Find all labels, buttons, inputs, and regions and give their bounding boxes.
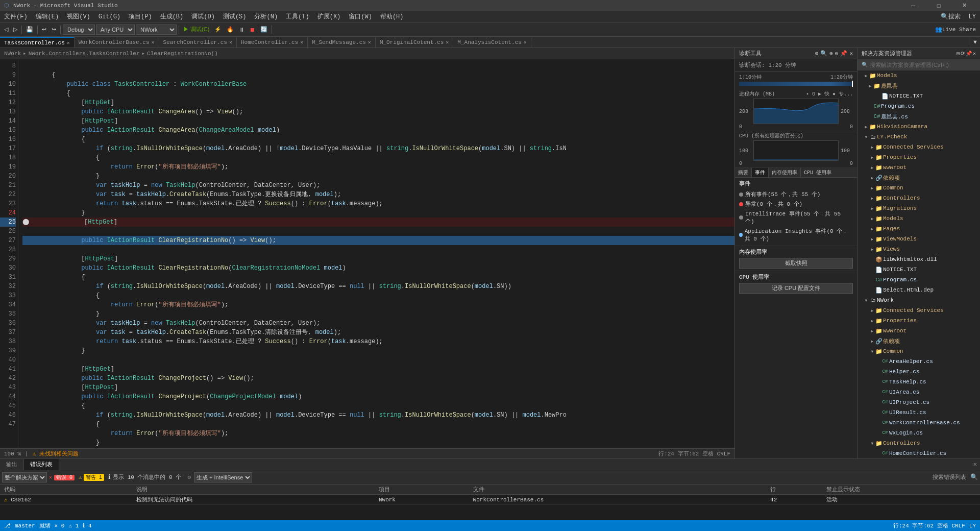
tree-item-lycheck-controllers[interactable]: ▶ 📁 Controllers: [857, 193, 980, 203]
solution-collapse-icon[interactable]: ⊟: [957, 51, 960, 57]
tree-item-lycheck-program[interactable]: C# Program.cs: [857, 275, 980, 285]
toolbar-redo[interactable]: ↪: [50, 24, 58, 35]
tree-item-uiresult[interactable]: C# UIResult.cs: [857, 407, 980, 418]
tree-item-luyixian-folder[interactable]: ▶ 📁 鹿邑县: [857, 81, 980, 91]
tree-item-lycheck-viewmodels[interactable]: ▶ 📁 ViewModels: [857, 234, 980, 244]
tab-search-controller[interactable]: SearchController.cs ✕: [159, 37, 237, 47]
menu-debug[interactable]: 调试(D): [187, 11, 219, 22]
tree-item-lycheck-common[interactable]: ▶ 📁 Common: [857, 183, 980, 193]
solution-close-icon[interactable]: ✕: [973, 51, 976, 57]
maximize-button[interactable]: □: [927, 0, 950, 11]
diagnostics-search-icon[interactable]: 🔍: [820, 50, 827, 57]
tree-item-nwork-properties[interactable]: ▶ 📁 Properties: [857, 316, 980, 326]
tree-item-lycheck-migrations[interactable]: ▶ 📁 Migrations: [857, 203, 980, 213]
tree-item-areahelper[interactable]: C# AreaHelper.cs: [857, 356, 980, 367]
tree-item-lycheck-views[interactable]: ▶ 📁 Views: [857, 244, 980, 254]
diagnostics-settings-icon[interactable]: ⚙: [815, 50, 819, 57]
tab-close-icon[interactable]: ✕: [300, 39, 303, 45]
tab-m-send[interactable]: M_SendMessage.cs ✕: [308, 37, 376, 47]
tree-item-lycheck-models[interactable]: ▶ 📁 Models: [857, 213, 980, 224]
tree-item-luyixian-cs[interactable]: C# 鹿邑县.cs: [857, 111, 980, 122]
diag-tab-memory[interactable]: 内存使用率: [769, 168, 801, 177]
tab-m-original[interactable]: M_OriginalCotent.cs ✕: [376, 37, 453, 47]
start-debug-button[interactable]: ▶ 调试(C): [181, 24, 211, 35]
platform-dropdown[interactable]: Any CPU: [96, 25, 135, 35]
toolbar-forward[interactable]: ▷: [11, 24, 19, 35]
close-button[interactable]: ✕: [952, 0, 976, 11]
menu-user[interactable]: LY: [965, 11, 980, 22]
diag-tab-events[interactable]: 事件: [752, 168, 769, 177]
tree-item-lycheck-deps[interactable]: ▶ 🔗 依赖项: [857, 173, 980, 183]
tree-item-nwork-controllers[interactable]: ▼ 📁 Controllers: [857, 438, 980, 448]
menu-window[interactable]: 窗口(W): [345, 11, 376, 22]
bottom-tab-output[interactable]: 输出: [0, 459, 24, 470]
tree-item-lycheck-notice[interactable]: 📄 NOTICE.TXT: [857, 264, 980, 275]
toolbar-pause[interactable]: ⏸: [237, 24, 247, 35]
debug-mode-dropdown[interactable]: Debug: [63, 25, 95, 35]
tree-item-lycheck-pages[interactable]: ▶ 📁 Pages: [857, 224, 980, 234]
tree-item-lycheck-select[interactable]: 📄 Select.Html.dep: [857, 285, 980, 295]
tab-tasks-controller[interactable]: TasksController.cs ✕: [0, 37, 75, 47]
tab-close-icon[interactable]: ✕: [229, 39, 232, 45]
tree-item-uiproject[interactable]: C# UIProject.cs: [857, 397, 980, 407]
tab-close-icon[interactable]: ✕: [524, 39, 527, 45]
menu-help[interactable]: 帮助(H): [376, 11, 408, 22]
tab-close-icon[interactable]: ✕: [67, 40, 70, 46]
toolbar-profiler[interactable]: ⚡: [212, 24, 224, 35]
menu-file[interactable]: 文件(F): [0, 11, 32, 22]
toolbar-restart[interactable]: 🔄: [258, 24, 270, 35]
tree-item-lycheck-dll[interactable]: 📦 libwkhtmltox.dll: [857, 254, 980, 264]
toolbar-hot-reload[interactable]: 🔥: [225, 24, 236, 35]
tree-item-helper[interactable]: C# Helper.cs: [857, 367, 980, 377]
tab-m-analysis[interactable]: M_AnalysisCotent.cs ✕: [453, 37, 531, 47]
tree-item-notice-txt[interactable]: 📄 NOTICE.TXT: [857, 91, 980, 101]
diagnostics-pin-icon[interactable]: 📌: [840, 50, 847, 57]
tree-item-taskhelp[interactable]: C# TaskHelp.cs: [857, 377, 980, 387]
menu-tools[interactable]: 工具(T): [282, 11, 313, 22]
menu-analyze[interactable]: 分析(N): [250, 11, 282, 22]
cpu-config-button[interactable]: 记录 CPU 配置文件: [739, 283, 853, 294]
diag-tab-cpu[interactable]: CPU 使用率: [801, 168, 835, 177]
tab-overflow-button[interactable]: ▼: [970, 37, 980, 47]
tree-item-nwork-wwwroot[interactable]: ▶ 📁 wwwroot: [857, 326, 980, 336]
snapshot-button[interactable]: 截取快照: [739, 258, 853, 269]
tree-item-wxlogin[interactable]: C# WxLogin.cs: [857, 428, 980, 438]
tree-item-uiarea[interactable]: C# UIArea.cs: [857, 387, 980, 397]
solution-refresh-icon[interactable]: ⟳: [961, 51, 965, 57]
git-branch-label[interactable]: master: [15, 523, 35, 529]
menu-view[interactable]: 视图(V): [63, 11, 94, 22]
toolbar-back[interactable]: ◁: [2, 24, 10, 35]
tree-item-nwork[interactable]: ▼ 🗂 NWork: [857, 295, 980, 305]
build-filter-dropdown[interactable]: 生成 + IntelliSense: [194, 472, 252, 482]
table-row[interactable]: ⚠ CS0162 检测到无法访问的代码 NWork WorkController…: [0, 495, 980, 505]
diagnostics-zoom-out-icon[interactable]: ⊖: [835, 50, 839, 57]
tree-item-nwork-connected[interactable]: ▶ 📁 Connected Services: [857, 305, 980, 316]
tree-item-nwork-common[interactable]: ▼ 📁 Common: [857, 346, 980, 356]
toolbar-undo[interactable]: ↩: [40, 24, 48, 35]
bottom-tab-errors[interactable]: 错误列表: [24, 459, 59, 470]
diagnostics-zoom-in-icon[interactable]: ⊕: [829, 50, 833, 57]
tree-item-workcontroller[interactable]: C# WorkControllerBase.cs: [857, 418, 980, 428]
scope-dropdown[interactable]: 整个解决方案: [2, 472, 47, 482]
menu-build[interactable]: 生成(B): [156, 11, 188, 22]
menu-project[interactable]: 项目(P): [125, 11, 156, 22]
tree-item-lycheck[interactable]: ▼ 🗂 LY.PCheck: [857, 132, 980, 142]
tab-close-icon[interactable]: ✕: [368, 39, 371, 45]
tab-home-controller[interactable]: HomeController.cs ✕: [237, 37, 308, 47]
solution-pin-icon[interactable]: 📌: [966, 51, 972, 57]
solution-search-input[interactable]: [870, 62, 976, 68]
toolbar-stop[interactable]: ⏹: [248, 24, 257, 35]
live-share-button[interactable]: 👥 Live Share: [933, 24, 978, 35]
tab-close-icon[interactable]: ✕: [446, 39, 449, 45]
menu-search[interactable]: 🔍 搜索: [937, 11, 965, 22]
tree-item-hikvision[interactable]: ▶ 📁 HikvisionCamera: [857, 122, 980, 132]
menu-edit[interactable]: 编辑(E): [32, 11, 63, 22]
toolbar-save-all[interactable]: 💾: [24, 24, 35, 35]
menu-git[interactable]: Git(G): [94, 11, 125, 22]
menu-test[interactable]: 测试(S): [219, 11, 251, 22]
tab-work-controller[interactable]: WorkControllerBase.cs ✕: [75, 37, 159, 47]
tree-item-models-top[interactable]: ▶ 📁 Models: [857, 70, 980, 81]
diag-tab-summary[interactable]: 摘要: [735, 168, 752, 177]
code-lines[interactable]: { public class TasksController : WorkCon…: [18, 59, 734, 448]
diagnostics-close-icon[interactable]: ✕: [849, 50, 853, 57]
